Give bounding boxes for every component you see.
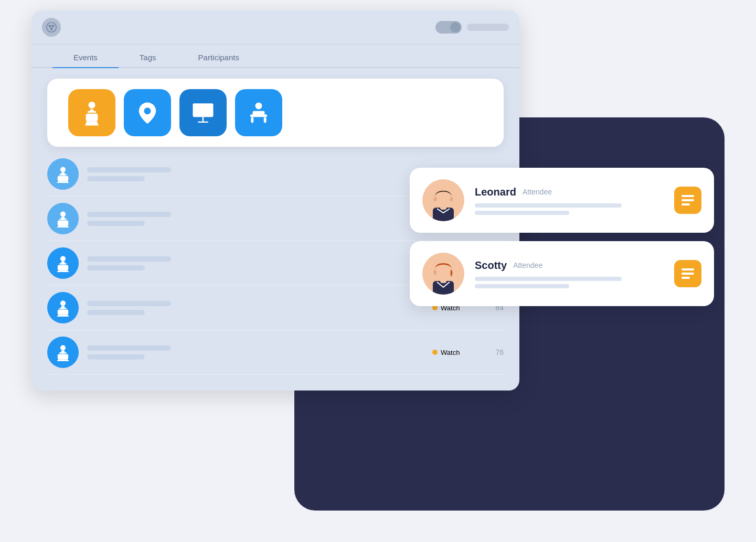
event-text-line-1 [87,167,171,172]
event-tag-watch: Watch [432,349,474,356]
window-toggle-area [435,21,509,34]
tag-label: Watch [441,349,460,356]
svg-marker-11 [85,121,99,125]
svg-marker-27 [57,181,69,183]
svg-rect-61 [682,268,694,270]
svg-point-43 [60,345,66,350]
event-icon [47,337,79,368]
svg-rect-53 [682,195,694,197]
svg-rect-55 [682,203,690,205]
toggle-thumb [450,22,461,32]
participant-name-row: Leonard Attendee [475,186,664,198]
svg-line-6 [51,26,54,29]
svg-rect-54 [682,199,694,201]
svg-rect-9 [86,114,98,122]
participant-info-scotty: Scotty Attendee [475,259,664,288]
participant-card-scotty: Scotty Attendee [410,241,714,306]
event-item: Watch 76 [47,330,504,375]
info-line-1 [475,277,622,281]
event-text-lines [87,212,413,226]
participant-role: Attendee [513,261,542,269]
event-text-line-1 [87,301,171,306]
svg-rect-62 [682,273,694,275]
participant-card-leonard: Leonard Attendee [410,168,714,233]
svg-point-52 [450,197,453,201]
event-text-line-2 [87,310,145,315]
icon-card-location[interactable] [124,89,171,136]
svg-marker-37 [57,270,69,272]
event-text-line-2 [87,265,145,270]
svg-marker-32 [57,226,69,227]
tab-tags[interactable]: Tags [119,48,177,67]
icon-card-speaker[interactable] [68,89,115,136]
event-text-line-1 [87,345,171,351]
svg-rect-41 [61,306,65,309]
svg-point-18 [255,103,262,110]
event-text-line-1 [87,256,171,262]
svg-rect-25 [58,176,68,181]
info-line-2 [475,211,569,215]
svg-rect-40 [58,309,68,315]
info-line-2 [475,284,569,288]
svg-point-28 [60,211,66,216]
participant-name: Scotty [475,259,507,272]
event-text-line-2 [87,354,145,360]
tab-events[interactable]: Events [52,48,119,67]
event-icon [47,247,79,279]
info-line-1 [475,203,622,208]
participant-name-row: Scotty Attendee [475,259,664,272]
svg-point-51 [434,197,437,201]
nav-tabs: Events Tags Participants [31,48,519,68]
event-text-line-2 [87,221,145,226]
svg-point-33 [60,256,66,261]
svg-rect-35 [58,265,68,270]
avatar-scotty [422,253,464,295]
event-icon [47,158,79,190]
event-number: 76 [483,348,504,356]
tab-participants[interactable]: Participants [177,48,260,67]
tag-dot-yellow [432,350,438,355]
svg-point-38 [60,300,66,306]
participant-role: Attendee [523,188,552,196]
svg-point-7 [89,102,95,109]
icon-card-attendee[interactable] [235,89,282,136]
svg-point-12 [144,107,151,114]
svg-rect-46 [61,351,65,354]
svg-point-58 [435,264,452,281]
svg-rect-10 [90,110,94,113]
app-logo [42,18,61,37]
icon-card-presentation[interactable] [179,89,227,136]
svg-rect-20 [253,111,265,116]
svg-rect-26 [61,172,65,176]
event-text-line-1 [87,212,171,217]
participant-name: Leonard [475,186,516,198]
icon-cards-row [47,79,504,147]
avatar-leonard [422,179,464,221]
participant-action-btn[interactable] [674,260,701,287]
svg-rect-21 [251,117,253,123]
event-icon [47,203,79,234]
event-text-lines [87,345,424,360]
event-icon [47,292,79,323]
svg-rect-22 [264,117,267,123]
event-text-lines [87,167,413,181]
svg-point-59 [434,270,437,275]
event-text-line-2 [87,176,145,181]
event-text-lines [87,301,424,315]
toggle-track[interactable] [435,21,462,34]
svg-marker-47 [57,360,69,361]
event-text-lines [87,256,413,270]
svg-rect-36 [61,262,65,265]
svg-rect-63 [682,277,690,279]
svg-rect-30 [58,220,68,225]
svg-rect-31 [61,217,65,220]
svg-point-23 [60,167,66,172]
svg-point-16 [197,106,201,111]
participant-action-btn[interactable] [674,187,701,214]
participant-cards: Leonard Attendee [410,168,714,306]
svg-line-5 [49,26,51,29]
svg-point-0 [47,23,56,32]
participant-info-leonard: Leonard Attendee [475,186,664,215]
svg-rect-45 [58,354,68,359]
toggle-label-text [467,24,509,31]
